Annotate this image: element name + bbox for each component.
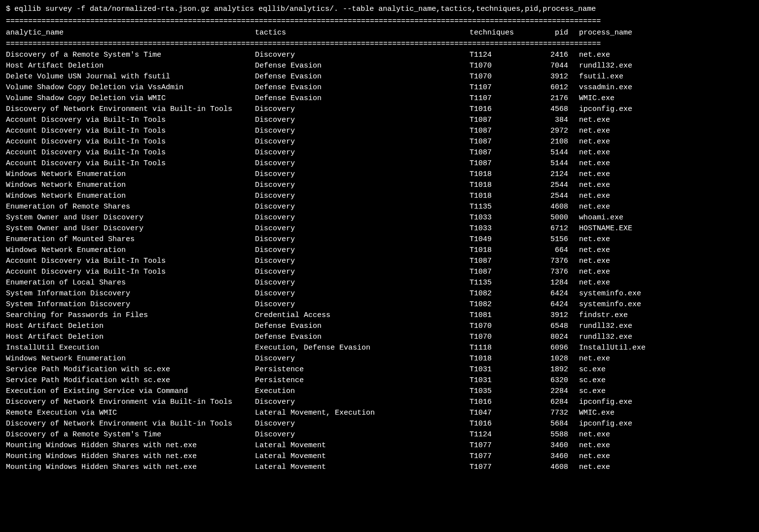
cell-tactics: Lateral Movement — [255, 462, 470, 472]
cell-tactics: Lateral Movement — [255, 440, 470, 451]
cell-tactics: Discovery — [255, 245, 470, 255]
cell-analytic-name: Delete Volume USN Journal with fsutil — [6, 71, 255, 82]
table-row: System Owner and User DiscoveryDiscovery… — [6, 223, 753, 234]
cell-analytic-name: Discovery of Network Environment via Bui… — [6, 104, 255, 114]
cell-tactics: Execution — [255, 386, 470, 396]
cell-analytic-name: Account Discovery via Built-In Tools — [6, 115, 255, 125]
cell-analytic-name: Windows Network Enumeration — [6, 180, 255, 190]
cell-pid: 2544 — [539, 191, 573, 201]
cell-process-name: rundll32.exe — [573, 61, 662, 71]
cell-analytic-name: Volume Shadow Copy Deletion via VssAdmin — [6, 82, 255, 93]
cell-tactics: Discovery — [255, 213, 470, 223]
cell-techniques: T1077 — [470, 451, 539, 461]
cell-pid: 3460 — [539, 440, 573, 451]
cell-analytic-name: System Information Discovery — [6, 288, 255, 299]
cell-tactics: Lateral Movement — [255, 451, 470, 461]
cell-pid: 8024 — [539, 332, 573, 342]
table-row: System Information DiscoveryDiscoveryT10… — [6, 288, 753, 299]
cell-techniques: T1035 — [470, 386, 539, 396]
cell-tactics: Discovery — [255, 191, 470, 201]
cell-tactics: Defense Evasion — [255, 332, 470, 342]
table-row: Volume Shadow Copy Deletion via VssAdmin… — [6, 82, 753, 93]
table-row: Account Discovery via Built-In ToolsDisc… — [6, 147, 753, 158]
table-row: InstallUtil ExecutionExecution, Defense … — [6, 342, 753, 353]
cell-process-name: net.exe — [573, 126, 662, 136]
cell-analytic-name: System Owner and User Discovery — [6, 223, 255, 234]
cell-tactics: Discovery — [255, 256, 470, 266]
cell-process-name: net.exe — [573, 234, 662, 245]
cell-analytic-name: Account Discovery via Built-In Tools — [6, 256, 255, 266]
cell-pid: 5000 — [539, 213, 573, 223]
table-row: Mounting Windows Hidden Shares with net.… — [6, 440, 753, 451]
cell-tactics: Discovery — [255, 223, 470, 234]
cell-process-name: findstr.exe — [573, 310, 662, 320]
cell-techniques: T1018 — [470, 191, 539, 201]
table-row: Mounting Windows Hidden Shares with net.… — [6, 451, 753, 461]
cell-analytic-name: Account Discovery via Built-In Tools — [6, 137, 255, 147]
cell-pid: 7044 — [539, 61, 573, 71]
table-row: System Information DiscoveryDiscoveryT10… — [6, 299, 753, 310]
cell-techniques: T1082 — [470, 288, 539, 299]
cell-analytic-name: Discovery of Network Environment via Bui… — [6, 397, 255, 407]
table-body: Discovery of a Remote System's TimeDisco… — [6, 49, 753, 472]
cell-process-name: vssadmin.exe — [573, 82, 662, 93]
cell-analytic-name: Windows Network Enumeration — [6, 354, 255, 364]
cell-pid: 2284 — [539, 386, 573, 396]
cell-techniques: T1087 — [470, 115, 539, 125]
table-row: Account Discovery via Built-In ToolsDisc… — [6, 114, 753, 125]
cell-tactics: Discovery — [255, 169, 470, 179]
cell-tactics: Discovery — [255, 158, 470, 169]
cell-process-name: net.exe — [573, 180, 662, 190]
cell-pid: 6284 — [539, 397, 573, 407]
table-row: Windows Network EnumerationDiscoveryT101… — [6, 245, 753, 255]
cell-process-name: ipconfig.exe — [573, 104, 662, 114]
cell-pid: 2176 — [539, 93, 573, 104]
cell-process-name: InstallUtil.exe — [573, 343, 662, 353]
table-row: Service Path Modification with sc.exePer… — [6, 375, 753, 386]
cell-process-name: net.exe — [573, 256, 662, 266]
cell-tactics: Discovery — [255, 429, 470, 440]
cell-pid: 6548 — [539, 321, 573, 331]
table-row: Windows Network EnumerationDiscoveryT101… — [6, 169, 753, 179]
cell-process-name: net.exe — [573, 278, 662, 288]
cell-process-name: net.exe — [573, 245, 662, 255]
cell-pid: 6712 — [539, 223, 573, 234]
cell-process-name: sc.exe — [573, 364, 662, 375]
cell-pid: 5156 — [539, 234, 573, 245]
cell-process-name: net.exe — [573, 267, 662, 277]
table-row: Remote Execution via WMICLateral Movemen… — [6, 407, 753, 418]
cell-pid: 5684 — [539, 419, 573, 429]
cell-tactics: Defense Evasion — [255, 82, 470, 93]
cell-pid: 5588 — [539, 429, 573, 440]
cell-tactics: Credential Access — [255, 310, 470, 320]
table-row: Execution of Existing Service via Comman… — [6, 386, 753, 396]
divider-top: ========================================… — [6, 16, 753, 27]
table-row: Host Artifact DeletionDefense EvasionT10… — [6, 320, 753, 331]
cell-techniques: T1107 — [470, 93, 539, 104]
table-row: Account Discovery via Built-In ToolsDisc… — [6, 266, 753, 277]
cell-analytic-name: Service Path Modification with sc.exe — [6, 375, 255, 386]
cell-techniques: T1031 — [470, 364, 539, 375]
cell-tactics: Discovery — [255, 397, 470, 407]
cell-analytic-name: Discovery of Network Environment via Bui… — [6, 419, 255, 429]
table-row: Host Artifact DeletionDefense EvasionT10… — [6, 331, 753, 342]
cell-tactics: Defense Evasion — [255, 61, 470, 71]
cell-techniques: T1087 — [470, 158, 539, 169]
table-row: Discovery of Network Environment via Bui… — [6, 418, 753, 429]
cell-analytic-name: Account Discovery via Built-In Tools — [6, 126, 255, 136]
cell-process-name: WMIC.exe — [573, 93, 662, 104]
cell-pid: 3912 — [539, 310, 573, 320]
cell-techniques: T1087 — [470, 137, 539, 147]
command-line[interactable]: $ eqllib survey -f data/normalized-rta.j… — [6, 4, 753, 14]
cell-process-name: fsutil.exe — [573, 71, 662, 82]
cell-process-name: ipconfig.exe — [573, 419, 662, 429]
cell-techniques: T1070 — [470, 332, 539, 342]
cell-tactics: Discovery — [255, 202, 470, 212]
cell-analytic-name: Volume Shadow Copy Deletion via WMIC — [6, 93, 255, 104]
cell-process-name: net.exe — [573, 354, 662, 364]
cell-tactics: Discovery — [255, 126, 470, 136]
cell-tactics: Discovery — [255, 147, 470, 158]
table-row: System Owner and User DiscoveryDiscovery… — [6, 212, 753, 223]
cell-pid: 5144 — [539, 158, 573, 169]
cell-pid: 664 — [539, 245, 573, 255]
